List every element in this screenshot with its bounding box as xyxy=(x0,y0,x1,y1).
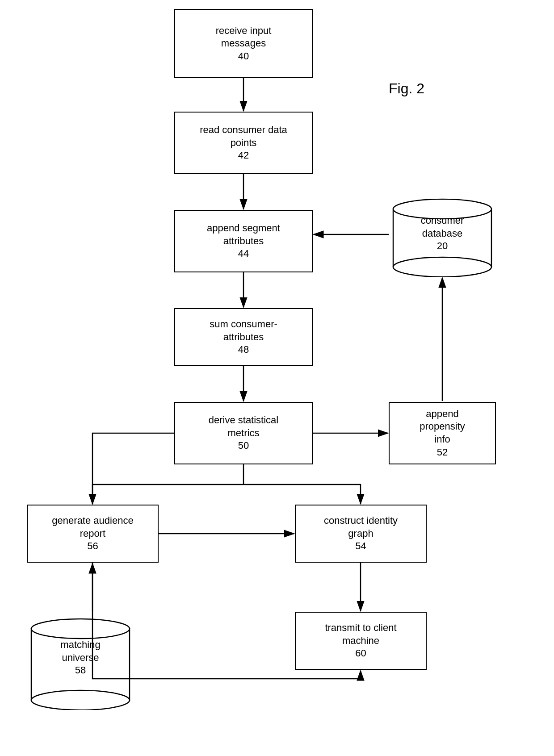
arrow-junction-54 xyxy=(243,485,361,504)
box-num: 50 xyxy=(238,439,249,452)
box-num: 44 xyxy=(238,247,249,260)
box-num: 54 xyxy=(355,540,366,553)
svg-point-4 xyxy=(31,690,130,710)
box-num: 40 xyxy=(238,50,249,63)
cylinder-label-text: consumerdatabase xyxy=(421,214,464,240)
box-label: transmit to clientmachine xyxy=(325,622,396,647)
arrow-junction-56 xyxy=(92,485,243,504)
cylinder-num: 58 xyxy=(75,664,86,677)
box-label: receive inputmessages xyxy=(216,25,272,50)
box-label: sum consumer-attributes xyxy=(210,318,277,343)
box-num: 56 xyxy=(87,540,98,553)
box-label: construct identitygraph xyxy=(324,514,398,540)
box-label: derive statisticalmetrics xyxy=(209,414,279,439)
box-label: read consumer datapoints xyxy=(200,124,287,149)
diagram: Fig. 2 receive inputmessages 40 read con… xyxy=(0,0,554,756)
box-num: 52 xyxy=(437,446,448,459)
box-construct-identity-graph: construct identitygraph 54 xyxy=(295,505,427,563)
cylinder-num: 20 xyxy=(437,240,448,253)
box-append-segment-attributes: append segmentattributes 44 xyxy=(174,210,313,272)
box-receive-input-messages: receive inputmessages 40 xyxy=(174,9,313,78)
svg-point-5 xyxy=(31,619,130,639)
box-transmit-to-client-machine: transmit to clientmachine 60 xyxy=(295,612,427,670)
fig-label: Fig. 2 xyxy=(389,80,424,97)
box-num: 60 xyxy=(355,647,366,660)
arrow-50-56 xyxy=(92,433,174,504)
cylinder-label-text: matchinguniverse xyxy=(60,639,100,664)
box-sum-consumer-attributes: sum consumer-attributes 48 xyxy=(174,308,313,366)
box-read-consumer-data-points: read consumer datapoints 42 xyxy=(174,112,313,174)
svg-point-1 xyxy=(393,257,491,277)
cylinder-matching-universe: matchinguniverse 58 xyxy=(27,612,134,710)
box-label: generate audiencereport xyxy=(52,514,133,540)
box-derive-statistical-metrics: derive statisticalmetrics 50 xyxy=(174,402,313,464)
box-label: append segmentattributes xyxy=(207,222,280,247)
box-generate-audience-report: generate audiencereport 56 xyxy=(27,505,159,563)
box-append-propensity-info: appendpropensityinfo 52 xyxy=(389,402,496,464)
box-num: 42 xyxy=(238,149,249,162)
box-num: 48 xyxy=(238,343,249,356)
box-label: appendpropensityinfo xyxy=(420,408,465,446)
cylinder-consumer-database: consumerdatabase 20 xyxy=(389,192,496,277)
